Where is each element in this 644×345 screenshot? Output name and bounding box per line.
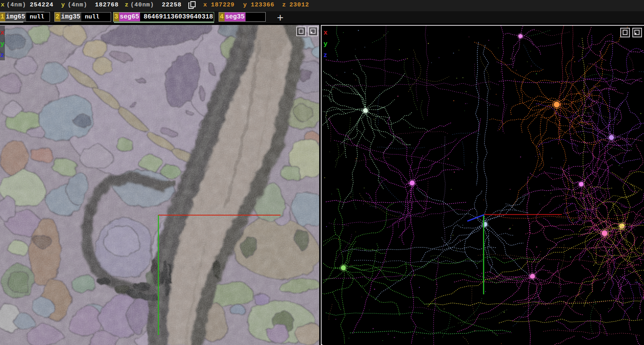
svg-text:y: y	[0, 40, 4, 47]
svg-text:z: z	[0, 51, 4, 59]
svg-text:z: z	[324, 51, 327, 59]
svg-text:x: x	[324, 29, 328, 36]
svg-text:y: y	[324, 40, 328, 47]
svg-text:x: x	[0, 29, 4, 36]
